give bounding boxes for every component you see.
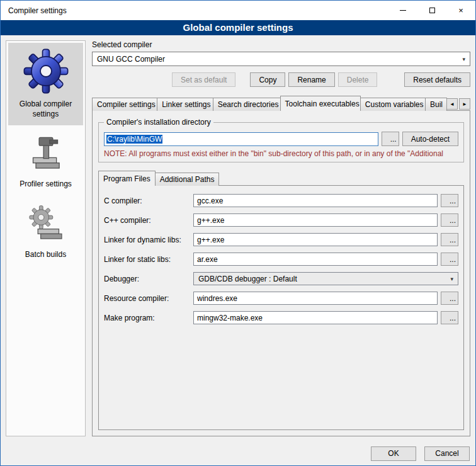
make-program-browse-button[interactable]: ... xyxy=(441,311,458,324)
make-program-label: Make program: xyxy=(104,314,193,322)
installation-directory-browse-button[interactable]: ... xyxy=(382,132,399,146)
dialog-body: Global compiler settings Profiler settin… xyxy=(1,35,475,441)
settings-tab-strip: Compiler settings Linker settings Search… xyxy=(92,96,470,111)
sidebar-item-batch-builds[interactable]: Batch builds xyxy=(8,198,83,266)
field-row-make-program: Make program: ... xyxy=(104,311,458,324)
installation-note: NOTE: All programs must exist either in … xyxy=(104,149,458,158)
field-row-resource-compiler: Resource compiler: ... xyxy=(104,292,458,305)
maximize-button[interactable] xyxy=(417,1,446,20)
tab-search-directories[interactable]: Search directories xyxy=(213,98,281,111)
linker-static-label: Linker for static libs: xyxy=(104,255,193,264)
selected-compiler-value: GNU GCC Compiler xyxy=(97,55,462,64)
installation-directory-row: C:\raylib\MinGW ... Auto-detect xyxy=(104,132,458,146)
maximize-icon xyxy=(429,8,435,13)
close-button[interactable]: × xyxy=(446,1,475,20)
minimize-icon xyxy=(400,10,406,11)
program-files-panel: C compiler: ... C++ compiler: ... Linker… xyxy=(98,185,464,430)
dialog-footer: OK Cancel xyxy=(1,441,475,465)
cpp-compiler-input[interactable] xyxy=(193,213,438,227)
linker-static-input[interactable] xyxy=(193,253,438,266)
delete-button[interactable]: Delete xyxy=(338,72,378,87)
toolchain-executables-page: Compiler's installation directory C:\ray… xyxy=(92,110,470,436)
arrow-left-icon: ◄ xyxy=(450,101,455,107)
main-panel: Selected compiler GNU GCC Compiler ▾ Set… xyxy=(92,40,470,441)
tab-scroll-controls: ◄ ► xyxy=(446,98,470,111)
c-compiler-browse-button[interactable]: ... xyxy=(441,194,458,207)
toolchain-subtab-strip: Program Files Additional Paths xyxy=(98,171,464,186)
installation-directory-group: Compiler's installation directory C:\ray… xyxy=(98,122,464,162)
selected-compiler-label: Selected compiler xyxy=(92,40,470,49)
subtab-program-files[interactable]: Program Files xyxy=(98,171,156,186)
field-row-linker-static: Linker for static libs: ... xyxy=(104,253,458,266)
copy-button[interactable]: Copy xyxy=(250,72,285,87)
gear-icon xyxy=(23,48,69,94)
ok-button[interactable]: OK xyxy=(371,446,416,461)
page-title: Global compiler settings xyxy=(1,20,475,35)
tab-scroll-left-button[interactable]: ◄ xyxy=(446,98,458,110)
linker-dynamic-browse-button[interactable]: ... xyxy=(441,233,458,246)
resource-compiler-label: Resource compiler: xyxy=(104,294,193,303)
reset-defaults-button[interactable]: Reset defaults xyxy=(404,72,470,87)
title-bar: Compiler settings × xyxy=(1,1,475,20)
sidebar-item-label: Batch builds xyxy=(25,250,66,260)
debugger-label: Debugger: xyxy=(104,275,193,283)
sidebar-item-label: Profiler settings xyxy=(20,179,72,190)
profiler-icon xyxy=(26,134,66,174)
auto-detect-button[interactable]: Auto-detect xyxy=(402,132,458,146)
subtab-additional-paths[interactable]: Additional Paths xyxy=(155,173,220,186)
tab-toolchain-executables[interactable]: Toolchain executables xyxy=(280,96,361,111)
field-row-debugger: Debugger: GDB/CDB debugger : Default ▾ xyxy=(104,272,458,285)
linker-dynamic-input[interactable] xyxy=(193,233,438,246)
tab-scroll-right-button[interactable]: ► xyxy=(459,98,470,110)
resource-compiler-browse-button[interactable]: ... xyxy=(441,292,458,305)
sidebar-item-global-compiler-settings[interactable]: Global compiler settings xyxy=(8,43,83,125)
field-row-cpp-compiler: C++ compiler: ... xyxy=(104,213,458,227)
chevron-down-icon: ▾ xyxy=(450,276,453,282)
linker-dynamic-label: Linker for dynamic libs: xyxy=(104,236,193,244)
debugger-select[interactable]: GDB/CDB debugger : Default ▾ xyxy=(193,272,458,285)
rename-button[interactable]: Rename xyxy=(288,72,334,87)
field-row-linker-dynamic: Linker for dynamic libs: ... xyxy=(104,233,458,246)
linker-static-browse-button[interactable]: ... xyxy=(441,253,458,266)
tab-build-options[interactable]: Buil xyxy=(425,98,447,111)
installation-directory-value: C:\raylib\MinGW xyxy=(106,135,162,144)
installation-directory-input[interactable]: C:\raylib\MinGW xyxy=(104,132,378,146)
c-compiler-input[interactable] xyxy=(193,194,438,207)
sidebar-item-label: Global compiler settings xyxy=(9,99,82,119)
set-as-default-button[interactable]: Set as default xyxy=(172,72,235,87)
chevron-down-icon: ▾ xyxy=(462,56,465,62)
compiler-settings-window: Compiler settings × Global compiler sett… xyxy=(0,0,476,466)
installation-directory-title: Compiler's installation directory xyxy=(104,118,213,127)
sidebar-item-profiler-settings[interactable]: Profiler settings xyxy=(8,128,83,196)
minimize-button[interactable] xyxy=(388,1,417,20)
selected-compiler-dropdown[interactable]: GNU GCC Compiler ▾ xyxy=(92,52,470,66)
c-compiler-label: C compiler: xyxy=(104,196,193,205)
window-title: Compiler settings xyxy=(1,1,388,20)
field-row-c-compiler: C compiler: ... xyxy=(104,194,458,207)
tab-custom-variables[interactable]: Custom variables xyxy=(360,98,426,111)
resource-compiler-input[interactable] xyxy=(193,292,438,305)
batch-builds-icon xyxy=(26,204,66,244)
tab-compiler-settings[interactable]: Compiler settings xyxy=(92,98,157,111)
cpp-compiler-label: C++ compiler: xyxy=(104,216,193,225)
cpp-compiler-browse-button[interactable]: ... xyxy=(441,213,458,227)
cancel-button[interactable]: Cancel xyxy=(424,446,470,461)
tab-linker-settings[interactable]: Linker settings xyxy=(157,98,213,111)
make-program-input[interactable] xyxy=(193,311,438,324)
compiler-action-buttons: Set as default Copy Rename Delete Reset … xyxy=(92,72,470,87)
close-icon: × xyxy=(458,6,463,15)
debugger-value: GDB/CDB debugger : Default xyxy=(198,275,450,283)
arrow-right-icon: ► xyxy=(462,101,467,107)
settings-category-list: Global compiler settings Profiler settin… xyxy=(6,40,86,436)
